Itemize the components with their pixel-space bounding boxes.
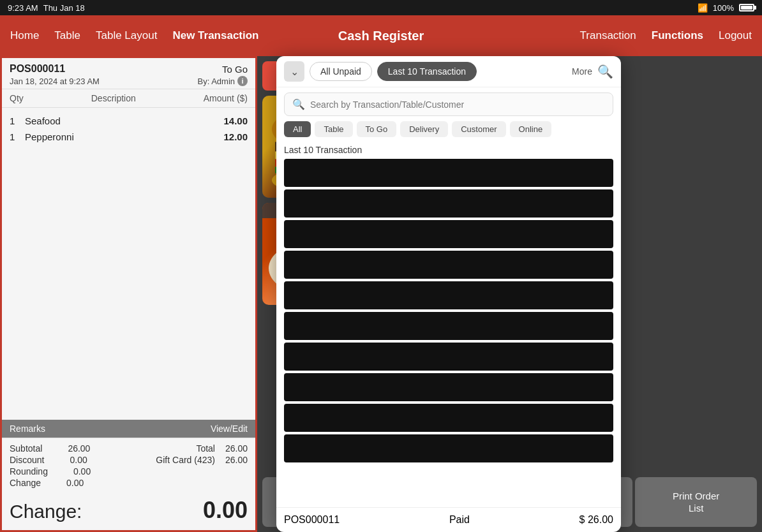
order-header: POS000011 To Go Jan 18, 2024 at 9:23 AM … bbox=[2, 58, 255, 89]
search-icon: 🔍 bbox=[292, 98, 305, 110]
transaction-row[interactable] bbox=[284, 220, 613, 248]
nav-table[interactable]: Table bbox=[54, 29, 80, 42]
transaction-row[interactable] bbox=[284, 189, 613, 218]
filter-togo[interactable]: To Go bbox=[357, 121, 397, 137]
tab-all-unpaid[interactable]: All Unpaid bbox=[310, 62, 372, 81]
view-edit-label: View/Edit bbox=[211, 424, 248, 434]
change-row: Change: 0.00 bbox=[2, 492, 255, 530]
rounding-label: Rounding bbox=[10, 466, 48, 477]
gift-card-label: Gift Card (423) bbox=[156, 455, 215, 465]
main-layout: POS000011 To Go Jan 18, 2024 at 9:23 AM … bbox=[0, 56, 762, 532]
transaction-row[interactable] bbox=[284, 251, 613, 279]
filter-table[interactable]: Table bbox=[315, 121, 352, 137]
nav-left: Home Table Table Layout New Transaction bbox=[10, 29, 259, 42]
order-togo: To Go bbox=[222, 64, 248, 75]
filter-all[interactable]: All bbox=[284, 121, 311, 137]
change-label: Change bbox=[10, 478, 41, 488]
order-items-list: 1 Seafood 14.00 1 Pepperonni 12.00 bbox=[2, 108, 255, 420]
info-icon[interactable]: i bbox=[237, 76, 248, 86]
top-nav-bar: Home Table Table Layout New Transaction … bbox=[0, 15, 762, 56]
order-pos-id: POS000011 bbox=[10, 63, 65, 75]
date: Thu Jan 18 bbox=[43, 3, 85, 13]
nav-right: Transaction Functions Logout bbox=[580, 29, 752, 42]
order-item[interactable]: 1 Seafood 14.00 bbox=[10, 113, 248, 129]
discount-label: Discount bbox=[10, 455, 44, 465]
total-value: 26.00 bbox=[225, 443, 248, 454]
order-item[interactable]: 1 Pepperonni 12.00 bbox=[10, 129, 248, 145]
remarks-label: Remarks bbox=[10, 424, 45, 434]
subtotal-label: Subtotal bbox=[10, 443, 42, 454]
app-title: Cash Register bbox=[338, 29, 424, 43]
collapse-button[interactable]: ⌄ bbox=[284, 61, 304, 82]
col-desc: Description bbox=[91, 93, 136, 103]
tab-last10[interactable]: Last 10 Transaction bbox=[377, 62, 477, 81]
rounding-value: 0.00 bbox=[73, 466, 91, 477]
footer-status: Paid bbox=[449, 514, 470, 526]
transaction-row[interactable] bbox=[284, 281, 613, 309]
subtotal-value: 26.00 bbox=[68, 443, 90, 454]
item-desc-2: Pepperonni bbox=[25, 131, 218, 142]
transaction-row[interactable] bbox=[284, 312, 613, 340]
col-amount: Amount ($) bbox=[204, 93, 248, 103]
footer-pos-id: POS000011 bbox=[284, 514, 340, 526]
change-value-small: 0.00 bbox=[66, 478, 84, 488]
transaction-row[interactable] bbox=[284, 343, 613, 371]
footer-amount: $ 26.00 bbox=[579, 514, 613, 526]
search-input[interactable] bbox=[310, 100, 605, 110]
remarks-bar[interactable]: Remarks View/Edit bbox=[2, 420, 255, 438]
item-desc-1: Seafood bbox=[25, 115, 218, 126]
filter-online[interactable]: Online bbox=[510, 121, 552, 137]
battery-icon bbox=[739, 4, 754, 11]
nav-home[interactable]: Home bbox=[10, 29, 39, 42]
nav-transaction[interactable]: Transaction bbox=[580, 29, 636, 42]
section-label: Last 10 Transaction bbox=[276, 142, 621, 159]
transaction-list[interactable] bbox=[276, 159, 621, 507]
nav-functions[interactable]: Functions bbox=[652, 29, 703, 42]
discount-value: 0.00 bbox=[70, 455, 87, 465]
right-area: Back Main Burgers Pizza bbox=[257, 56, 762, 532]
order-panel: POS000011 To Go Jan 18, 2024 at 9:23 AM … bbox=[0, 56, 257, 532]
filter-customer[interactable]: Customer bbox=[452, 121, 505, 137]
wifi-icon: 📶 bbox=[698, 3, 708, 13]
time: 9:23 AM bbox=[8, 3, 38, 13]
nav-table-layout[interactable]: Table Layout bbox=[96, 29, 157, 42]
item-qty-1: 1 bbox=[10, 115, 20, 126]
battery-percent: 100% bbox=[713, 3, 734, 13]
item-qty-2: 1 bbox=[10, 131, 20, 142]
transaction-row[interactable] bbox=[284, 373, 613, 401]
nav-center: Cash Register bbox=[338, 29, 424, 43]
gift-card-value: 26.00 bbox=[225, 455, 248, 465]
order-date: Jan 18, 2024 at 9:23 AM bbox=[10, 77, 100, 86]
overlay-header: ⌄ All Unpaid Last 10 Transaction More 🔍 bbox=[276, 56, 621, 87]
transaction-footer: POS000011 Paid $ 26.00 bbox=[276, 507, 621, 532]
tab-more[interactable]: More bbox=[572, 66, 592, 77]
search-bar: 🔍 bbox=[284, 92, 613, 116]
print-order-list-button[interactable]: Print OrderList bbox=[635, 477, 757, 527]
item-amount-2: 12.00 bbox=[223, 131, 248, 142]
status-bar: 9:23 AM Thu Jan 18 📶 100% bbox=[0, 0, 762, 15]
nav-logout[interactable]: Logout bbox=[719, 29, 752, 42]
order-col-header: Qty Description Amount ($) bbox=[2, 89, 255, 108]
nav-new-transaction[interactable]: New Transaction bbox=[172, 29, 258, 42]
filter-delivery[interactable]: Delivery bbox=[400, 121, 448, 137]
filter-tabs: All Table To Go Delivery Customer Online bbox=[276, 121, 621, 142]
change-display-value: 0.00 bbox=[203, 497, 248, 524]
transaction-row[interactable] bbox=[284, 159, 613, 187]
item-amount-1: 14.00 bbox=[223, 115, 248, 126]
overlay-panel: ⌄ All Unpaid Last 10 Transaction More 🔍 … bbox=[276, 56, 621, 532]
order-by: By: Admin i bbox=[197, 76, 248, 86]
transaction-row[interactable] bbox=[284, 404, 613, 432]
order-totals: Subtotal 26.00 Total 26.00 Discount 0.00… bbox=[2, 438, 255, 492]
transaction-row[interactable] bbox=[284, 434, 613, 462]
total-label: Total bbox=[196, 443, 215, 454]
change-display-label: Change: bbox=[10, 501, 82, 522]
col-qty: Qty bbox=[10, 93, 24, 103]
search-toggle-button[interactable]: 🔍 bbox=[597, 64, 613, 79]
